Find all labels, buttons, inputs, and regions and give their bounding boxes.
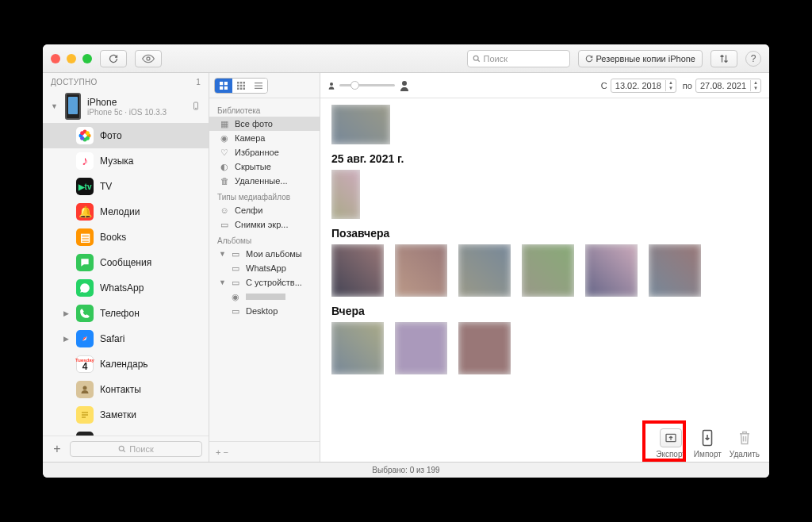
library-panel: Библиотека ▦Все фото◉Камера♡Избранное◐Ск… [209,73,320,462]
window-body: ДОСТУПНО 1 ▼ iPhone iPhone 5c · iOS 10.3… [43,73,769,462]
library-item[interactable]: ▦Все фото [209,117,320,131]
add-button[interactable]: + [49,442,65,456]
folder-icon: ▭ [230,278,241,287]
refresh-button[interactable] [100,50,127,67]
sidebar-item-label: WhatsApp [100,282,144,294]
chevron-right-icon: ▶ [63,335,70,343]
slider-knob[interactable] [350,81,359,90]
sidebar-item-wa[interactable]: WhatsApp [43,275,209,301]
date-stepper[interactable]: ▲▼ [665,80,676,91]
sidebar-item-contact[interactable]: Контакты [43,377,209,402]
contact-icon [76,381,94,398]
sidebar-item-safari[interactable]: ▶Safari [43,326,209,351]
date-from-input[interactable]: 13.02. 2018▲▼ [611,79,676,93]
date-to-input[interactable]: 27.08. 2021▲▼ [695,79,761,93]
library-item[interactable]: ♡Избранное [209,145,320,159]
svg-point-3 [196,108,197,109]
photo-thumbnail[interactable] [331,105,390,144]
sidebar-item-tv[interactable]: ▶tvTV [43,174,209,199]
media-type-item[interactable]: ☺Селфи [209,203,320,217]
photo-thumbnail[interactable] [458,322,511,374]
sidebar-item-bell[interactable]: 🔔Мелодии [43,199,209,225]
zoom-window-button[interactable] [82,54,92,63]
sidebar-item-note[interactable]: Заметки [43,402,209,428]
date-group-title: Позавчера [331,227,758,240]
backups-button[interactable]: Резервные копии iPhone [578,50,703,67]
global-search[interactable]: Поиск [467,50,570,67]
photo-thumbnail[interactable] [522,244,574,297]
device-sidebar: ДОСТУПНО 1 ▼ iPhone iPhone 5c · iOS 10.3… [43,73,209,462]
view-mode-segment[interactable] [214,78,268,94]
library-item[interactable]: ◐Скрытые [209,159,320,174]
photos-icon [76,127,94,144]
from-device-row[interactable]: ▼▭С устройств... [209,275,320,290]
svg-point-13 [83,386,87,390]
sidebar-item-label: Музыка [100,155,133,167]
sidebar-item-music[interactable]: ♪Музыка [43,148,209,174]
album-whatsapp[interactable]: ▭WhatsApp [209,261,320,275]
svg-rect-19 [224,82,228,85]
photo-thumbnail[interactable] [395,244,447,297]
photo-thumbnail[interactable] [395,322,447,374]
thumbnail-size-slider[interactable] [328,80,409,91]
main-panel: С 13.02. 2018▲▼ по 27.08. 2021▲▼ 25 авг.… [320,73,769,462]
thumbnail-row [331,105,758,144]
eject-icon[interactable] [191,101,201,112]
import-button[interactable]: Импорт [694,428,722,459]
add-album-button[interactable]: + [216,447,220,457]
sort-button[interactable] [710,50,737,67]
sidebar-item-cal[interactable]: Tuesday4Календарь [43,351,209,377]
photo-thumbnail[interactable] [331,170,360,219]
svg-point-17 [120,446,124,451]
media-types-header: Типы медиафайлов [209,188,320,203]
svg-point-9 [86,136,90,140]
thumbnail-row [331,244,758,297]
delete-button[interactable]: Удалить [730,428,760,459]
list-view-icon[interactable] [250,79,267,93]
photo-thumbnail[interactable] [331,322,384,374]
sidebar-item-photos[interactable]: Фото [43,123,209,148]
device-row[interactable]: ▼ iPhone iPhone 5c · iOS 10.3.3 [43,90,209,123]
msg-icon [76,254,94,271]
media-icon: ☺ [219,205,230,215]
photo-thumbnail[interactable] [458,244,511,297]
desktop-album-row[interactable]: ▭Desktop [209,304,320,318]
date-from-group: С 13.02. 2018▲▼ [601,79,676,93]
sidebar-item-msg[interactable]: Сообщения [43,250,209,275]
svg-point-34 [330,83,333,86]
library-item[interactable]: 🗑Удаленные... [209,174,320,188]
device-sub: iPhone 5c · iOS 10.3.3 [87,108,167,117]
svg-rect-21 [224,86,228,89]
small-grid-view-icon[interactable] [232,79,250,93]
bell-icon: 🔔 [76,203,94,221]
photo-thumbnail[interactable] [649,244,701,297]
library-item[interactable]: ◉Камера [209,131,320,145]
help-button[interactable]: ? [745,51,761,67]
grid-view-icon[interactable] [215,79,232,93]
sidebar-item-label: Safari [100,333,124,344]
svg-point-0 [147,57,150,60]
date-stepper[interactable]: ▲▼ [750,80,760,91]
photo-grid: 25 авг. 2021 г.ПозавчераВчера [320,98,769,462]
date-to-group: по 27.08. 2021▲▼ [683,79,761,93]
photo-thumbnail[interactable] [331,244,384,297]
svg-rect-24 [243,82,246,84]
my-albums-row[interactable]: ▼▭Мои альбомы [209,247,320,261]
library-icon: 🗑 [219,176,230,186]
sidebar-item-voice[interactable]: Диктофон [43,428,209,436]
chevron-down-icon: ▼ [219,250,225,258]
library-icon: ▦ [219,119,230,129]
media-type-item[interactable]: ▭Снимки экр... [209,217,320,232]
remove-album-button[interactable]: − [224,447,228,457]
sidebar-item-book[interactable]: ▤Books [43,225,209,250]
sidebar-search[interactable]: Поиск [70,441,202,457]
photo-thumbnail[interactable] [585,244,638,297]
preview-button[interactable] [135,50,162,67]
minimize-window-button[interactable] [67,54,76,63]
export-button[interactable]: Экспорт [656,428,686,459]
sidebar-item-label: Мелодии [100,206,140,217]
titlebar: Поиск Резервные копии iPhone ? [43,44,769,73]
device-album-row[interactable]: ◉ [209,290,320,304]
sidebar-item-phone[interactable]: ▶Телефон [43,301,209,326]
close-window-button[interactable] [51,54,60,63]
